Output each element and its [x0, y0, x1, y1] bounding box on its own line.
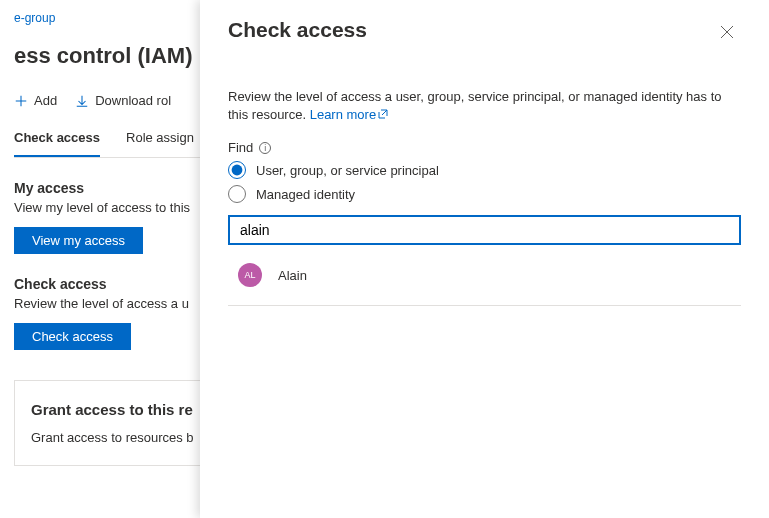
radio-managed-identity[interactable]: Managed identity — [228, 185, 741, 203]
external-link-icon — [378, 106, 388, 124]
radio-user-group-input[interactable] — [228, 161, 246, 179]
download-label: Download rol — [95, 93, 171, 108]
add-button[interactable]: Add — [14, 93, 57, 108]
info-icon[interactable]: i — [259, 142, 271, 154]
result-divider — [228, 305, 741, 306]
search-input[interactable] — [228, 215, 741, 245]
find-label: Find — [228, 140, 253, 155]
close-button[interactable] — [713, 18, 741, 46]
learn-more-link[interactable]: Learn more — [310, 107, 388, 122]
tab-check-access[interactable]: Check access — [14, 130, 100, 157]
panel-description: Review the level of access a user, group… — [228, 88, 741, 124]
add-label: Add — [34, 93, 57, 108]
panel-title: Check access — [228, 18, 367, 42]
download-icon — [75, 94, 89, 108]
check-access-panel: Check access Review the level of access … — [200, 0, 769, 518]
plus-icon — [14, 94, 28, 108]
download-button[interactable]: Download rol — [75, 93, 171, 108]
view-my-access-button[interactable]: View my access — [14, 227, 143, 254]
radio-managed-identity-label: Managed identity — [256, 187, 355, 202]
radio-user-group[interactable]: User, group, or service principal — [228, 161, 741, 179]
radio-managed-identity-input[interactable] — [228, 185, 246, 203]
search-results: AL Alain — [228, 249, 741, 306]
close-icon — [720, 25, 734, 39]
tab-role-assign[interactable]: Role assign — [126, 130, 194, 157]
breadcrumb-link[interactable]: e-group — [14, 11, 55, 25]
result-name: Alain — [278, 268, 307, 283]
radio-user-group-label: User, group, or service principal — [256, 163, 439, 178]
check-access-button[interactable]: Check access — [14, 323, 131, 350]
avatar: AL — [238, 263, 262, 287]
result-item[interactable]: AL Alain — [228, 249, 741, 301]
